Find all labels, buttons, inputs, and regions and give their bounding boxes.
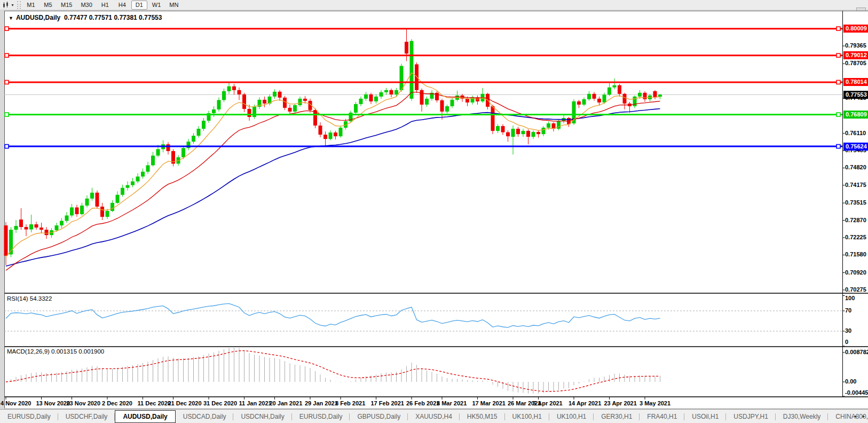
macd-signal-line: [6, 351, 660, 391]
rsi-axis-label: 100: [845, 295, 855, 301]
tab-fra40-h1[interactable]: FRA40,H1: [640, 411, 684, 423]
price-tick-label: 0.76110: [845, 130, 866, 136]
price-badge: 0.80009: [843, 25, 868, 33]
tab-xauusd-h4[interactable]: XAUUSD,H4: [408, 411, 460, 423]
price-tick-label: 0.72225: [845, 234, 866, 240]
tab-usdchf-daily[interactable]: USDCHF,Daily: [58, 411, 115, 423]
price-tick-label: 0.73515: [845, 199, 866, 206]
resistance-3-anchor[interactable]: [5, 80, 9, 84]
chart-ohlc-values: 0.77477 0.77571 0.77381 0.77553: [64, 14, 162, 21]
support-blue-anchor[interactable]: [837, 145, 840, 148]
resistance-2-anchor[interactable]: [5, 53, 9, 57]
macd-panel-label: MACD(12,26,9) 0.001315 0.001900: [7, 348, 104, 355]
tab-usoil-h1[interactable]: USOil,H1: [684, 411, 726, 423]
price-tick-label: 0.70275: [845, 286, 866, 293]
date-axis-label: 13 Nov 2020: [36, 400, 70, 406]
price-tick-label: 0.79365: [845, 42, 866, 49]
date-axis-label: 31 Dec 2020: [203, 400, 237, 406]
tab-uk100-h1[interactable]: UK100,H1: [505, 411, 549, 423]
tab-usdcad-daily[interactable]: USDCAD,Daily: [176, 411, 234, 423]
date-axis-label: 23 Nov 2020: [67, 400, 101, 406]
date-axis-label: 26 Feb 2021: [406, 400, 439, 406]
date-axis-label: 14 Apr 2021: [569, 400, 601, 406]
terminal-screen: ▾ M1M5M15M30H1H4D1W1MN ▼AUDUSD,Daily 0.7…: [0, 0, 868, 423]
rsi-panel-label: RSI(14) 54.3322: [7, 295, 52, 302]
tab-gbpusd-daily[interactable]: GBPUSD,Daily: [350, 411, 408, 423]
chart-symbol-label: AUDUSD,Daily: [16, 14, 60, 21]
support-green-anchor[interactable]: [837, 113, 840, 116]
resistance-2-anchor[interactable]: [837, 53, 840, 57]
rsi-line: [6, 303, 660, 327]
date-axis-label: 23 Apr 2021: [604, 400, 637, 406]
tab-scroll-buttons: ◂ ▸: [852, 412, 867, 420]
symbol-tab-bar: EURUSD,DailyUSDCHF,DailyAUDUSD,DailyUSDC…: [0, 409, 868, 423]
price-tick-label: 0.72870: [845, 217, 866, 223]
date-axis-label: 3 May 2021: [640, 400, 670, 406]
tab-uk100-h1[interactable]: UK100,H1: [549, 411, 594, 423]
chart-canvas[interactable]: [0, 0, 868, 423]
rsi-axis-label: 30: [845, 327, 851, 334]
rsi-axis-label: 70: [845, 307, 851, 314]
tab-audusd-daily[interactable]: AUDUSD,Daily: [115, 410, 175, 423]
price-tick-label: 0.74820: [845, 164, 866, 170]
price-badge: 0.75624: [843, 143, 868, 151]
macd-axis-label: -0.004451: [845, 389, 868, 396]
tab-eurusd-daily[interactable]: EURUSD,Daily: [0, 411, 58, 423]
price-tick-label: 0.70920: [845, 269, 866, 276]
chart-title: ▼AUDUSD,Daily 0.77477 0.77571 0.77381 0.…: [9, 14, 162, 21]
support-green-anchor[interactable]: [5, 113, 9, 116]
tab-usdcnh-daily[interactable]: USDCNH,Daily: [233, 411, 291, 423]
resistance-1-anchor[interactable]: [5, 27, 9, 30]
tab-scroll-left-icon[interactable]: ◂: [852, 412, 858, 420]
date-axis-label: 4 Nov 2020: [1, 400, 31, 406]
date-axis-label: 29 Jan 2021: [305, 400, 338, 406]
date-axis-label: 8 Feb 2021: [335, 400, 365, 406]
collapse-caret-icon[interactable]: ▼: [9, 15, 13, 21]
rsi-axis-label: 0: [845, 339, 848, 345]
date-axis-label: 17 Mar 2021: [472, 400, 506, 406]
date-axis-label: 20 Jan 2021: [270, 400, 303, 406]
price-tick-label: 0.74175: [845, 182, 866, 188]
macd-axis-label: 0.00: [845, 378, 856, 385]
tab-hk50-m15[interactable]: HK50,M15: [460, 411, 505, 423]
tab-dj30-weekly[interactable]: DJ30,Weekly: [776, 411, 828, 423]
price-badge: 0.79012: [843, 51, 868, 59]
tab-ger30-h1[interactable]: GER30,H1: [594, 411, 640, 423]
tab-usdjpy-h1[interactable]: USDJPY,H1: [726, 411, 775, 423]
ma-slow-line: [6, 109, 660, 267]
tab-scroll-right-icon[interactable]: ▸: [861, 412, 867, 420]
macd-axis-label: 0.008782: [845, 349, 868, 355]
resistance-3-anchor[interactable]: [837, 80, 840, 84]
price-badge: 0.78014: [843, 78, 868, 86]
price-badge: 0.77553: [843, 91, 868, 99]
tab-eurusd-daily[interactable]: EURUSD,Daily: [292, 411, 350, 423]
date-axis-label: 8 Mar 2021: [437, 400, 467, 406]
date-axis-label: 5 Apr 2021: [533, 400, 563, 406]
price-badge: 0.76809: [843, 111, 868, 119]
date-axis-label: 11 Dec 2020: [138, 400, 171, 406]
price-tick-label: 0.71580: [845, 251, 866, 257]
date-axis-label: 2 Dec 2020: [102, 400, 132, 406]
support-blue-anchor[interactable]: [5, 145, 9, 148]
date-axis-label: 17 Feb 2021: [371, 400, 404, 406]
date-axis-label: 11 Jan 2021: [239, 400, 272, 406]
ma-fast-line: [6, 73, 660, 257]
resistance-1-anchor[interactable]: [837, 27, 840, 30]
price-tick-label: 0.78705: [845, 60, 866, 66]
date-axis-label: 21 Dec 2020: [168, 400, 202, 406]
